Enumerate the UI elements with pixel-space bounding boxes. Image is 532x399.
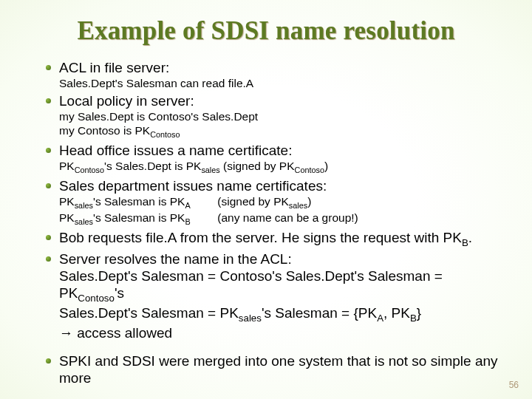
text-run: (signed by PK [217, 195, 289, 208]
left-col: PKsales's Salesman is PKB [59, 211, 214, 228]
subscript: B [410, 313, 417, 324]
bullet-item: Sales department issues name certificate… [46, 177, 502, 228]
subscript: sales [201, 166, 219, 174]
subscript: sales [239, 313, 262, 324]
slide: Example of SDSI name resolution ACL in f… [0, 0, 532, 399]
bullet-list: ACL in file server: Sales.Dept's Salesma… [46, 59, 502, 386]
text-run: PK [59, 160, 75, 172]
subscript: sales [75, 201, 93, 210]
bullet-text: Bob requests file.A from the server. He … [59, 230, 472, 245]
text-run: 's Salesman is PK [93, 211, 185, 224]
bullet-item: Local policy in server: my Sales.Dept is… [46, 92, 502, 140]
bullet-text: ACL in file server: [59, 60, 169, 75]
bullet-text: SPKI and SDSI were merged into one syste… [59, 353, 498, 386]
bullet-text: Sales department issues name certificate… [59, 178, 327, 194]
right-col: (signed by PKsales) [217, 195, 311, 208]
bullet-text: Local policy in server: [59, 93, 194, 109]
subscript: Contoso [295, 166, 324, 174]
text-run: ) [307, 195, 311, 208]
text-run: Sales.Dept's Salesman = PK [59, 305, 239, 321]
sub-text: PKsales's Salesman is PKA (signed by PKs… [59, 194, 502, 211]
subscript: Contoso [78, 293, 115, 304]
subscript: sales [289, 201, 307, 210]
bullet-text-line: → access allowed [59, 324, 502, 341]
text-run: PK [59, 195, 75, 208]
text-run: ) [324, 160, 328, 172]
text-run: 's Salesman is PK [93, 195, 185, 208]
bullet-text: Head office issues a name certificate: [59, 143, 292, 158]
subscript: sales [75, 217, 93, 226]
text-run: . [468, 230, 472, 245]
text-run: 's [115, 285, 124, 301]
text-run: PK [59, 211, 75, 224]
text-run: 's Salesman = {PK [262, 305, 377, 321]
subscript: A [185, 201, 190, 210]
text-run: 's Sales.Dept is PK [104, 160, 201, 172]
bullet-item: SPKI and SDSI were merged into one syste… [46, 352, 502, 386]
sub-text: PKsales's Salesman is PKB (any name can … [59, 211, 502, 228]
bullet-item: Bob requests file.A from the server. He … [46, 229, 502, 249]
right-col: (signed by PKContoso) [223, 160, 328, 172]
bullet-item: Head office issues a name certificate: P… [46, 142, 502, 176]
sub-text: my Sales.Dept is Contoso's Sales.Dept [59, 109, 502, 123]
sub-text: Sales.Dept's Salesman can read file.A [59, 76, 502, 90]
subscript: B [462, 237, 468, 248]
bullet-text-line: Sales.Dept's Salesman = PKsales's Salesm… [59, 304, 502, 324]
text-run: } [417, 305, 421, 321]
bullet-text-line: Sales.Dept's Salesman = Contoso's Sales.… [59, 267, 502, 304]
page-number: 56 [509, 380, 519, 390]
bullet-text-line: Server resolves the name in the ACL: [59, 250, 502, 267]
bullet-item: Server resolves the name in the ACL: Sal… [46, 250, 502, 342]
text-run: , PK [383, 305, 410, 321]
subscript: Contoso [75, 166, 104, 174]
subscript: B [185, 217, 190, 226]
left-col: PKContoso's Sales.Dept is PKsales [59, 159, 220, 176]
sub-text: PKContoso's Sales.Dept is PKsales (signe… [59, 159, 502, 176]
subscript: A [377, 313, 383, 324]
sub-text: my Contoso is PKContoso [59, 123, 502, 140]
text-run: Bob requests file.A from the server. He … [59, 230, 462, 245]
right-col: (any name can be a group!) [217, 211, 358, 224]
subscript: Contoso [150, 130, 180, 139]
left-col: PKsales's Salesman is PKA [59, 194, 214, 211]
text-run: (signed by PK [223, 160, 295, 172]
slide-title: Example of SDSI name resolution [30, 16, 502, 46]
text-run: my Contoso is PK [59, 124, 150, 137]
bullet-item: ACL in file server: Sales.Dept's Salesma… [46, 59, 502, 91]
